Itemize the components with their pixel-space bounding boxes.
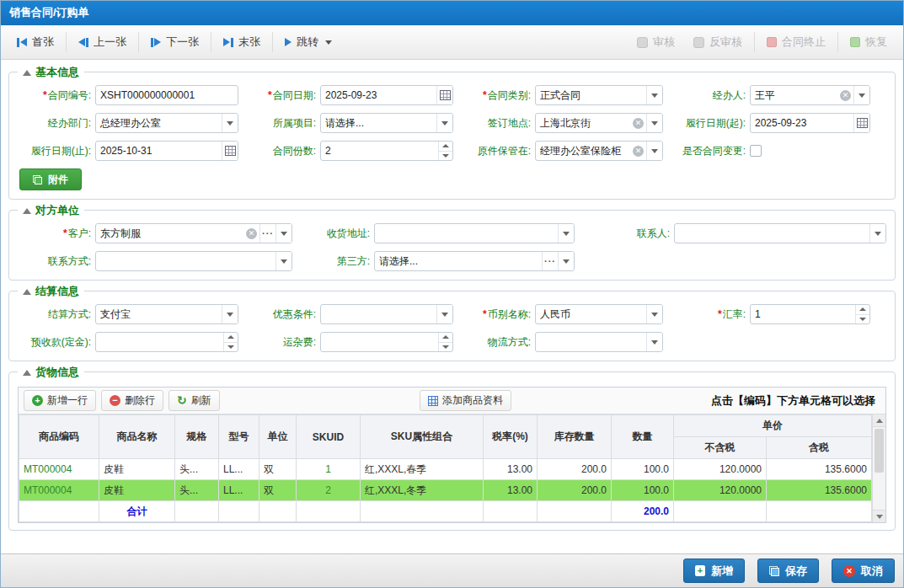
deposit-spinner[interactable] [95,332,238,352]
contract-date-input[interactable]: 2025-09-23 [320,85,453,105]
col-header-unit[interactable]: 单位 [259,415,297,459]
customer-combo[interactable]: 东方制服 ✕ ··· [95,223,292,243]
end-date-input[interactable]: 2025-10-31 [95,141,238,161]
original-keep-combo[interactable]: 经理办公室保险柜 ✕ [535,141,663,161]
currency-select[interactable]: 人民币 [535,304,663,324]
contact-person-select[interactable] [674,223,886,243]
add-row-button[interactable]: + 新增一行 [24,390,96,411]
collapse-icon[interactable] [23,289,31,295]
clear-icon[interactable]: ✕ [246,228,257,239]
cell-skuid[interactable]: 1 [297,459,361,480]
section-basic-title[interactable]: 基本信息 [18,65,84,80]
chevron-down-icon[interactable] [646,86,662,104]
col-header-stock[interactable]: 库存数量 [538,415,612,459]
scroll-down-button[interactable] [873,510,885,522]
cell-tax[interactable]: 13.00 [484,459,538,480]
copies-spinner[interactable]: 2 [320,141,453,161]
attachment-button[interactable]: 附件 [19,168,82,190]
chevron-down-icon[interactable] [436,114,452,132]
chevron-down-icon[interactable] [275,252,292,270]
spinner-buttons[interactable] [223,333,238,351]
collapse-icon[interactable] [23,370,31,376]
table-row[interactable]: MT000004 皮鞋 头... LL... 双 1 红,XXXL,春季 13.… [19,459,872,480]
chevron-down-icon[interactable] [646,142,662,160]
first-record-button[interactable]: 首张 [8,29,63,55]
start-date-input[interactable]: 2025-09-23 [750,113,870,133]
cell-name[interactable]: 皮鞋 [99,459,175,480]
add-button[interactable]: 新增 [683,559,745,583]
prev-record-button[interactable]: 上一张 [69,29,136,55]
clear-icon[interactable]: ✕ [633,146,644,157]
cell-spec[interactable]: 头... [175,480,219,501]
col-header-price-ex[interactable]: 不含税 [674,437,767,459]
calendar-icon[interactable] [222,142,238,160]
audit-button[interactable]: 审核 [628,29,684,55]
cell-stock[interactable]: 200.0 [538,480,612,501]
cell-price-ex[interactable]: 120.0000 [674,480,767,501]
cancel-button[interactable]: ✕ 取消 [832,559,895,583]
collapse-icon[interactable] [23,208,31,214]
sign-place-combo[interactable]: 上海北京街 ✕ [535,113,663,133]
col-header-price[interactable]: 单价 [674,415,872,437]
cell-sku-attr[interactable]: 红,XXXL,春季 [361,459,484,480]
clear-icon[interactable]: ✕ [840,90,851,101]
cell-qty[interactable]: 100.0 [612,480,674,501]
dept-select[interactable]: 总经理办公室 [95,113,238,133]
col-header-name[interactable]: 商品名称 [99,415,175,459]
spinner-buttons[interactable] [438,333,452,351]
cell-code[interactable]: MT000004 [19,459,99,480]
contract-type-select[interactable]: 正式合同 [535,85,663,105]
col-header-code[interactable]: 商品编码 [19,415,99,459]
project-select[interactable]: 请选择... [320,113,453,133]
jump-button[interactable]: 跳转 [275,29,341,55]
cell-name[interactable]: 皮鞋 [99,480,175,501]
scrollbar-track[interactable] [873,427,885,510]
terminate-contract-button[interactable]: 合同终止 [757,29,835,55]
chevron-down-icon[interactable] [853,86,869,104]
chevron-down-icon[interactable] [869,224,885,243]
save-button[interactable]: 保存 [757,559,819,583]
logistics-select[interactable] [535,332,663,352]
cell-price-in[interactable]: 135.6000 [767,480,872,501]
restore-button[interactable]: 恢复 [841,29,896,55]
freight-spinner[interactable] [320,332,453,352]
contract-change-checkbox[interactable] [750,145,762,157]
cell-code[interactable]: MT000004 [19,480,99,501]
chevron-down-icon[interactable] [558,252,574,270]
delivery-address-select[interactable] [374,223,575,243]
last-record-button[interactable]: 末张 [214,29,270,55]
add-product-button[interactable]: 添加商品资料 [420,390,511,411]
chevron-down-icon[interactable] [646,114,662,132]
refresh-button[interactable]: ↻ 刷新 [168,390,220,411]
spinner-buttons[interactable] [438,142,452,160]
discount-select[interactable] [320,304,453,324]
chevron-down-icon[interactable] [646,305,662,323]
cell-stock[interactable]: 200.0 [538,459,612,480]
exchange-rate-spinner[interactable]: 1 [750,304,870,324]
contact-way-select[interactable] [95,251,292,271]
ellipsis-browse-icon[interactable]: ··· [259,224,275,243]
calendar-icon[interactable] [853,114,869,132]
chevron-down-icon[interactable] [275,224,292,243]
scroll-up-button[interactable] [873,414,885,427]
next-record-button[interactable]: 下一张 [142,29,208,55]
col-header-model[interactable]: 型号 [219,415,259,459]
col-header-sku-attr[interactable]: SKU属性组合 [361,415,484,459]
section-goods-title[interactable]: 货物信息 [18,365,84,380]
calendar-icon[interactable] [436,86,452,104]
cell-model[interactable]: LL... [219,480,259,501]
scrollbar-thumb[interactable] [875,429,884,473]
chevron-down-icon[interactable] [222,114,238,132]
clear-icon[interactable]: ✕ [633,118,644,129]
third-party-combo[interactable]: 请选择... ··· [374,251,575,271]
chevron-down-icon[interactable] [558,224,574,243]
cell-unit[interactable]: 双 [259,459,297,480]
collapse-icon[interactable] [23,70,31,76]
settle-method-select[interactable]: 支付宝 [95,304,238,324]
cell-unit[interactable]: 双 [259,480,297,501]
chevron-down-icon[interactable] [646,333,662,351]
col-header-skuid[interactable]: SKUID [297,415,361,459]
vertical-scrollbar[interactable] [872,414,885,522]
section-settlement-title[interactable]: 结算信息 [18,284,84,299]
col-header-qty[interactable]: 数量 [612,415,674,459]
